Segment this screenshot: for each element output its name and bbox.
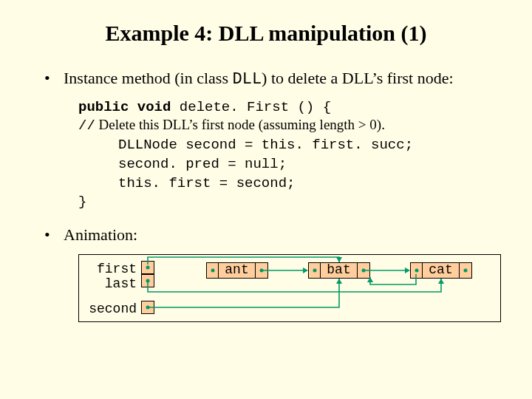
slide-title: Example 4: DLL manipulation (1)	[34, 21, 498, 46]
head-last	[141, 274, 154, 287]
bullet-animation: Animation: first last second ant bat	[44, 225, 498, 322]
dot-icon	[415, 268, 419, 272]
svg-marker-4	[303, 267, 308, 273]
node-cat-label: cat	[423, 263, 459, 278]
code-l3: DLLNode second = this. first. succ;	[78, 137, 413, 154]
dot-icon	[146, 265, 150, 269]
node-ant: ant	[206, 262, 268, 279]
bullet2-text: Animation:	[64, 225, 137, 244]
dot-icon	[260, 268, 264, 272]
bullet1-part-b: ) to delete a DLL’s first node:	[262, 69, 453, 87]
dll-diagram: first last second ant bat	[78, 254, 501, 322]
node-cat: cat	[410, 262, 472, 279]
dot-icon	[146, 305, 150, 309]
dot-icon	[313, 268, 317, 272]
node-bat-label: bat	[321, 263, 357, 278]
svg-marker-1	[438, 279, 444, 284]
code-l1b: delete. First () {	[171, 99, 331, 115]
svg-marker-6	[405, 267, 410, 273]
node-bat: bat	[308, 262, 370, 279]
code-l4: second. pred = null;	[78, 156, 287, 174]
label-last: last	[85, 276, 137, 293]
bullet-instance-method: Instance method (in class DLL) to delete…	[44, 68, 498, 211]
code-l6: }	[78, 194, 86, 210]
code-kw-public-void: public void	[78, 99, 171, 115]
dot-icon	[211, 268, 215, 272]
svg-marker-2	[336, 279, 342, 284]
bullet1-part-a: Instance method (in class	[64, 69, 233, 87]
dot-icon	[146, 279, 150, 282]
node-ant-label: ant	[219, 263, 255, 278]
dot-icon	[362, 268, 366, 272]
dot-icon	[464, 268, 468, 272]
code-block: public void delete. First () { // Delete…	[78, 98, 498, 212]
label-second: second	[85, 301, 137, 318]
bullet1-dll: DLL	[233, 70, 262, 89]
code-comment-slashes: //	[78, 117, 95, 134]
head-first	[141, 261, 154, 274]
head-second	[141, 301, 154, 314]
code-l5: this. first = second;	[78, 175, 295, 193]
code-comment-text: Delete this DLL’s first node (assuming l…	[95, 117, 385, 132]
